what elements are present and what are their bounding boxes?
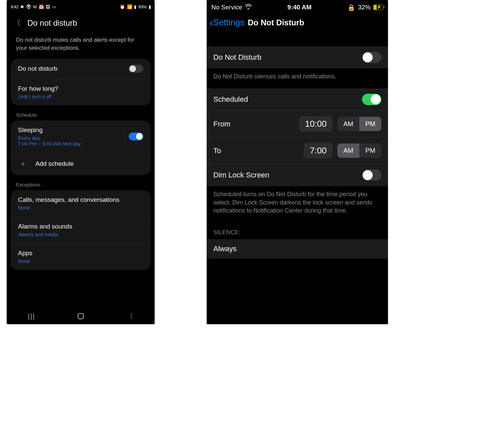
battery-icon: ⚡ — [373, 5, 383, 10]
status-left: 9:42 ✱ 👽 M 📅 🖼 ▭ — [11, 4, 56, 9]
wifi-icon: 📶 — [127, 5, 132, 9]
back-label: Settings — [213, 17, 244, 28]
page-description: Do not disturb mutes calls and alerts ex… — [7, 36, 155, 59]
signal-icon: ▮ — [134, 5, 136, 9]
exception-calls-row[interactable]: Calls, messages, and conversations None — [11, 190, 151, 216]
to-row: To 7:00 AM PM — [207, 137, 388, 164]
status-time: 9:42 — [11, 4, 18, 9]
nav-home-icon[interactable] — [78, 313, 84, 319]
to-pm[interactable]: PM — [359, 143, 381, 158]
alarm-icon: ⏰ — [120, 5, 125, 9]
back-button[interactable]: ‹ Settings — [209, 17, 244, 28]
dim-row[interactable]: Dim Lock Screen — [207, 164, 388, 186]
dnd-group: Do Not Disturb — [207, 46, 388, 68]
android-header: 〈 Do not disturb — [7, 12, 155, 36]
silence-always-row[interactable]: Always — [207, 239, 388, 259]
calendar-icon: 📅 — [39, 5, 44, 9]
status-left: No Service — [211, 4, 252, 11]
android-phone: 9:42 ✱ 👽 M 📅 🖼 ▭ ⏰ 📶 ▮ 93% ▮ 〈 Do not di… — [7, 0, 155, 324]
silence-header: SILENCE: — [207, 223, 388, 239]
android-status-bar: 9:42 ✱ 👽 M 📅 🖼 ▭ ⏰ 📶 ▮ 93% ▮ — [7, 0, 155, 12]
page-title: Do Not Disturb — [248, 18, 304, 27]
exception-title: Alarms and sounds — [18, 223, 143, 230]
sleeping-row[interactable]: Sleeping Every day 7:00 PM ~ 8:00 AM nex… — [11, 120, 151, 152]
exception-value: None — [18, 205, 143, 210]
to-label: To — [213, 146, 221, 155]
sleeping-sub2: 7:00 PM ~ 8:00 AM next day — [18, 141, 81, 146]
silence-group: Always — [207, 239, 388, 259]
how-long-value: Until I turn it off — [18, 94, 143, 99]
scheduled-toggle[interactable] — [362, 94, 381, 105]
from-label: From — [213, 120, 230, 128]
exceptions-card: Calls, messages, and conversations None … — [11, 190, 151, 270]
dnd-label: Do Not Disturb — [213, 53, 261, 62]
spacer — [207, 33, 388, 46]
exception-title: Apps — [18, 250, 143, 257]
slack-icon: ✱ — [20, 5, 24, 9]
from-ampm-segment[interactable]: AM PM — [337, 117, 381, 131]
silence-always-label: Always — [213, 245, 237, 253]
nav-recent-icon[interactable]: ||| — [28, 313, 35, 320]
dnd-toggle-row[interactable]: Do not disturb — [11, 59, 151, 79]
to-time[interactable]: 7:00 — [304, 143, 333, 158]
to-ampm-segment[interactable]: AM PM — [337, 143, 381, 158]
from-row: From 10:00 AM PM — [207, 110, 388, 137]
from-time[interactable]: 10:00 — [299, 116, 333, 132]
exception-value: None — [18, 258, 143, 264]
status-right: ⏰ 📶 ▮ 93% ▮ — [120, 4, 151, 9]
from-pm[interactable]: PM — [359, 117, 381, 131]
scheduled-row[interactable]: Scheduled — [207, 88, 388, 110]
dnd-row[interactable]: Do Not Disturb — [207, 46, 388, 68]
badge-icon: ▭ — [52, 5, 56, 9]
plus-icon: + — [18, 159, 28, 169]
android-nav-bar: ||| 〈 — [7, 308, 155, 324]
to-am[interactable]: AM — [337, 143, 359, 158]
dim-label: Dim Lock Screen — [213, 171, 269, 179]
reddit-icon: 👽 — [26, 5, 31, 9]
dnd-label: Do not disturb — [18, 65, 57, 72]
nav-back-icon[interactable]: 〈 — [126, 311, 133, 321]
from-am[interactable]: AM — [337, 117, 359, 131]
scheduled-footer: Scheduled turns on Do Not Disturb for th… — [207, 186, 388, 223]
main-card: Do not disturb For how long? Until I tur… — [11, 59, 151, 105]
schedule-header: Schedule — [7, 109, 155, 120]
dnd-toggle[interactable] — [362, 52, 381, 63]
status-right: 🔒 32% ⚡ — [347, 4, 383, 11]
scheduled-group: Scheduled From 10:00 AM PM To 7:00 AM PM — [207, 88, 388, 186]
sleeping-title: Sleeping — [18, 126, 81, 134]
add-schedule-label: Add schedule — [35, 160, 74, 167]
chevron-left-icon: ‹ — [209, 19, 213, 26]
dnd-toggle[interactable] — [129, 65, 143, 73]
wifi-icon — [245, 4, 252, 11]
exception-value: Alarms and media — [18, 232, 143, 237]
image-icon: 🖼 — [46, 5, 50, 9]
gmail-icon: M — [33, 5, 36, 9]
back-icon[interactable]: 〈 — [12, 18, 22, 28]
how-long-label: For how long? — [18, 85, 143, 92]
divider — [124, 129, 125, 144]
sleeping-sub1: Every day — [18, 135, 81, 141]
how-long-row[interactable]: For how long? Until I turn it off — [11, 79, 151, 105]
exception-alarms-row[interactable]: Alarms and sounds Alarms and media — [11, 216, 151, 243]
battery-text: 93% — [138, 4, 147, 9]
ios-nav-bar: ‹ Settings Do Not Disturb — [207, 15, 388, 33]
schedule-card: Sleeping Every day 7:00 PM ~ 8:00 AM nex… — [11, 120, 151, 175]
battery-icon: ▮ — [149, 5, 151, 9]
dim-toggle[interactable] — [362, 169, 381, 181]
exceptions-header: Exceptions — [7, 178, 155, 190]
service-text: No Service — [211, 4, 242, 11]
add-schedule-row[interactable]: + Add schedule — [11, 152, 151, 175]
page-title: Do not disturb — [27, 18, 77, 28]
ios-status-bar: No Service 9:40 AM 🔒 32% ⚡ — [207, 0, 388, 15]
dnd-footer: Do Not Disturb silences calls and notifi… — [207, 68, 388, 88]
sleeping-toggle[interactable] — [129, 132, 143, 140]
scheduled-label: Scheduled — [213, 95, 248, 104]
status-time: 9:40 AM — [287, 4, 311, 11]
ios-phone: No Service 9:40 AM 🔒 32% ⚡ ‹ Settings Do… — [207, 0, 388, 324]
lock-rotation-icon: 🔒 — [347, 4, 355, 11]
exception-title: Calls, messages, and conversations — [18, 196, 143, 203]
battery-text: 32% — [358, 4, 371, 11]
exception-apps-row[interactable]: Apps None — [11, 243, 151, 270]
